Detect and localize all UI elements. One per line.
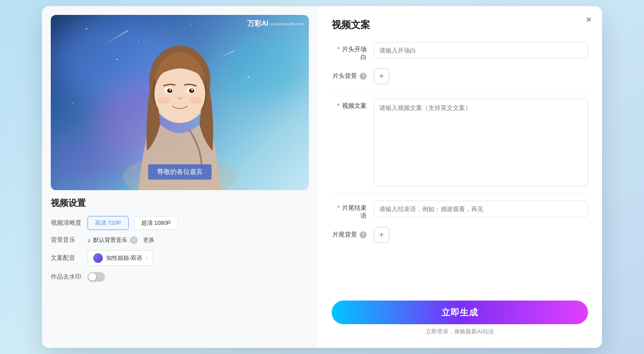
voice-selector[interactable]: 知性姐姐-双语 ›	[88, 250, 153, 266]
video-preview: 万彩AI ai.keerhan365.com 尊敬的各位嘉宾	[51, 15, 309, 190]
video-copy-textarea[interactable]	[374, 99, 588, 186]
ending-bg-label: 片尾背景	[332, 231, 357, 239]
quality-1080p-button[interactable]: 超清 1080P	[134, 216, 178, 230]
watermark-toggle-label: 作品去水印	[51, 273, 82, 281]
video-copy-label: * 视频文案	[332, 99, 367, 110]
ending-bg-help-icon[interactable]: ?	[360, 231, 367, 238]
generate-section: 立即生成 立即登录，体验最新AI玩法	[332, 301, 588, 336]
watermark-toggle-container	[88, 272, 105, 282]
video-copy-row: * 视频文案	[332, 99, 588, 186]
music-label: 背景音乐	[51, 236, 82, 244]
opening-row: * 片头开场白	[332, 42, 588, 61]
voice-row: 文案配音 知性姐姐-双语 ›	[51, 250, 309, 266]
panel-title: 视频文案	[332, 18, 588, 32]
form-section: * 片头开场白 片头背景 ? + *	[332, 42, 588, 294]
opening-bg-help-icon[interactable]: ?	[360, 73, 367, 80]
opening-bg-add-button[interactable]: +	[374, 68, 389, 84]
divider-1	[332, 91, 588, 92]
required-star: *	[337, 46, 340, 53]
ending-row: * 片尾结束语	[332, 201, 588, 220]
svg-point-12	[190, 97, 202, 104]
modal-overlay: 万彩AI ai.keerhan365.com 尊敬的各位嘉宾 视频设置 视频清晰…	[0, 0, 644, 354]
voice-avatar-icon	[93, 253, 103, 263]
watermark: 万彩AI ai.keerhan365.com	[247, 19, 304, 28]
required-star-2: *	[337, 102, 340, 109]
voice-name: 知性姐姐-双语	[106, 254, 142, 262]
opening-bg-label: 片头背景	[332, 72, 357, 80]
opening-bg-row: 片头背景 ? +	[332, 68, 588, 84]
music-tag: ♪ 默认背景音乐 ×	[88, 236, 138, 244]
divider-2	[332, 193, 588, 194]
music-row: 背景音乐 ♪ 默认背景音乐 × 更换	[51, 236, 309, 244]
ending-bg-add-button[interactable]: +	[374, 227, 389, 243]
toggle-knob	[88, 273, 96, 281]
required-star-3: *	[337, 204, 340, 211]
quality-720p-button[interactable]: 高清 720P	[88, 216, 129, 230]
left-panel: 万彩AI ai.keerhan365.com 尊敬的各位嘉宾 视频设置 视频清晰…	[42, 6, 318, 348]
ending-label: * 片尾结束语	[332, 201, 367, 220]
svg-point-11	[158, 97, 170, 104]
opening-input[interactable]	[374, 42, 588, 59]
quality-label: 视频清晰度	[51, 219, 82, 227]
music-icon: ♪	[88, 237, 91, 244]
main-modal: 万彩AI ai.keerhan365.com 尊敬的各位嘉宾 视频设置 视频清晰…	[42, 6, 602, 348]
close-button[interactable]: ×	[586, 15, 592, 25]
right-panel: × 视频文案 * 片头开场白 片头背景 ? +	[318, 6, 602, 348]
svg-point-9	[169, 89, 171, 91]
ending-input[interactable]	[374, 201, 588, 217]
watermark-brand: 万彩AI	[247, 19, 268, 28]
watermark-site: ai.keerhan365.com	[270, 22, 304, 26]
generate-hint: 立即登录，体验最新AI玩法	[332, 328, 588, 336]
settings-title: 视频设置	[51, 197, 309, 209]
voice-label: 文案配音	[51, 254, 82, 262]
music-close-button[interactable]: ×	[130, 236, 138, 244]
video-subtitle: 尊敬的各位嘉宾	[148, 164, 212, 180]
svg-point-10	[191, 89, 193, 91]
ending-bg-row: 片尾背景 ? +	[332, 227, 588, 243]
quality-row: 视频清晰度 高清 720P 超清 1080P	[51, 216, 309, 230]
video-settings: 视频设置 视频清晰度 高清 720P 超清 1080P 背景音乐 ♪ 默认背景音…	[51, 197, 309, 339]
generate-button[interactable]: 立即生成	[332, 301, 588, 324]
music-name: 默认背景音乐	[93, 236, 127, 244]
opening-label: * 片头开场白	[332, 42, 367, 61]
opening-bg-label-group: 片头背景 ?	[332, 72, 367, 80]
watermark-row: 作品去水印	[51, 272, 309, 282]
ending-bg-label-group: 片尾背景 ?	[332, 231, 367, 239]
svg-point-4	[154, 65, 205, 122]
music-change-button[interactable]: 更换	[143, 236, 154, 244]
chevron-right-icon: ›	[146, 255, 147, 261]
watermark-toggle[interactable]	[88, 272, 105, 282]
